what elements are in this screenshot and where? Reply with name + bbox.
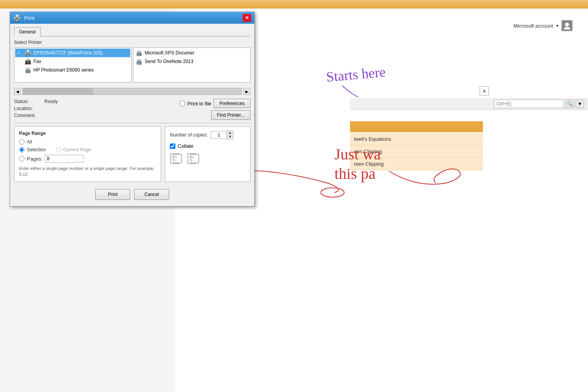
printer-item-epson[interactable]: ✓ 🖨️ EPSON4877CF (WorkForce 320)	[15, 49, 130, 57]
dialog-buttons: Print Cancel	[14, 186, 250, 201]
print-button[interactable]: Print	[95, 189, 130, 200]
svg-text:1: 1	[172, 155, 174, 158]
checkmark: ✓	[17, 50, 22, 56]
pages-label: Pages:	[27, 156, 42, 162]
copies-input[interactable]	[211, 131, 226, 139]
location-label: Location:	[14, 106, 41, 111]
print-to-file-label: Print to file	[187, 101, 211, 107]
printer-icon-item: 🖨️	[24, 50, 31, 56]
status-row: Status: Ready	[14, 99, 58, 104]
onenote-icon: 🖨️	[136, 58, 142, 65]
selection-radio-row: Selection Current Page	[19, 147, 156, 152]
dialog-titlebar: 🖨️ Print ✕	[10, 12, 254, 24]
selection-radio[interactable]	[19, 147, 24, 152]
scroll-left-btn[interactable]: ◀	[14, 88, 21, 95]
dialog-overlay: 🖨️ Print ✕ General Select Printer ✓	[0, 0, 588, 392]
printer-item-xps[interactable]: 🖨️ Microsoft XPS Documer	[134, 49, 249, 57]
pages-radio[interactable]	[19, 156, 24, 161]
current-page-label: Current Page	[63, 147, 91, 152]
preferences-button[interactable]: Preferences	[214, 99, 250, 108]
dialog-title-left: 🖨️ Print	[13, 14, 35, 22]
close-button[interactable]: ✕	[243, 14, 251, 22]
svg-text:3: 3	[189, 161, 190, 164]
printer-item-onenote[interactable]: 🖨️ Send To OneNote 2013	[134, 57, 249, 66]
current-page-radio[interactable]	[56, 147, 61, 152]
printer-name: HP Photosmart D5060 series	[33, 67, 94, 73]
pages-row: Pages:	[19, 155, 156, 163]
printer-item-fax[interactable]: 📠 Fax	[15, 57, 130, 66]
status-right: Print to file Preferences Find Printer..…	[180, 99, 250, 120]
pages-input[interactable]	[45, 155, 84, 163]
comment-row: Comment:	[14, 113, 58, 118]
page-range-hint: Enter either a single page number or a s…	[19, 166, 156, 178]
collate-icon-1: 1 2 3 2 3	[170, 153, 186, 164]
select-printer-label: Select Printer	[14, 40, 250, 45]
copies-label: Number of copies:	[170, 132, 208, 138]
printer-list-right[interactable]: 🖨️ Microsoft XPS Documer 🖨️ Send To OneN…	[133, 47, 250, 82]
printer-icon: 🖨️	[13, 14, 21, 22]
collate-row: Collate	[170, 143, 245, 149]
tab-bar: General	[14, 27, 250, 37]
page-range-box: Page Range All Selection Current Page	[14, 126, 161, 182]
divider	[14, 123, 250, 123]
printer-item-hp[interactable]: 🖨️ HP Photosmart D5060 series	[15, 66, 130, 74]
scroll-right-btn[interactable]: ▶	[243, 88, 250, 95]
find-printer-button[interactable]: Find Printer...	[211, 110, 250, 120]
fax-icon: 📠	[24, 58, 31, 65]
location-row: Location:	[14, 106, 58, 111]
svg-text:3: 3	[172, 161, 173, 164]
collate-icons: 1 2 3 2 3 1 2 3	[170, 153, 245, 164]
copies-box: Number of copies: ▲ ▼ Collate	[165, 126, 250, 182]
print-dialog: 🖨️ Print ✕ General Select Printer ✓	[10, 12, 255, 206]
status-value: Ready	[44, 99, 58, 104]
printer-name: EPSON4877CF (WorkForce 320)	[33, 50, 103, 56]
svg-text:1: 1	[189, 155, 191, 158]
svg-text:2: 2	[175, 156, 177, 159]
dialog-content: General Select Printer ✓ 🖨️ EPSON4877CF …	[10, 24, 254, 206]
status-left: Status: Ready Location: Comment:	[14, 99, 58, 118]
printer-list-left[interactable]: ✓ 🖨️ EPSON4877CF (WorkForce 320) 📠 Fax 🖨…	[14, 47, 131, 82]
copies-spinner: ▲ ▼	[211, 131, 233, 139]
print-to-file-checkbox[interactable]	[180, 101, 185, 106]
page-range-title: Page Range	[19, 131, 156, 136]
printer-name: Fax	[33, 59, 41, 64]
scrollbar-track[interactable]	[23, 88, 242, 95]
spinner-buttons: ▲ ▼	[226, 131, 233, 139]
printer-name: Send To OneNote 2013	[145, 59, 193, 64]
collate-label: Collate	[178, 143, 193, 149]
all-radio-row: All	[19, 139, 156, 145]
collate-checkbox[interactable]	[170, 144, 175, 149]
status-section: Status: Ready Location: Comment:	[14, 99, 250, 120]
hp-icon: 🖨️	[24, 67, 31, 73]
comment-label: Comment:	[14, 113, 41, 118]
tab-general[interactable]: General	[14, 27, 41, 37]
dialog-title: Print	[24, 15, 35, 21]
all-label: All	[27, 139, 32, 145]
scrollbar-area: ◀ ▶	[14, 88, 250, 95]
page-range-section: Page Range All Selection Current Page	[14, 126, 250, 182]
xps-icon: 🖨️	[136, 50, 142, 56]
cancel-button[interactable]: Cancel	[134, 189, 169, 200]
status-label: Status:	[14, 99, 41, 104]
svg-text:2: 2	[192, 156, 194, 159]
spinner-down[interactable]: ▼	[227, 135, 233, 139]
print-to-file-row: Print to file Preferences	[180, 99, 250, 108]
all-radio[interactable]	[19, 139, 24, 145]
collate-icon-2: 1 2 3 2 3	[187, 153, 203, 164]
printer-name: Microsoft XPS Documer	[145, 50, 194, 56]
selection-label: Selection	[27, 147, 46, 152]
copies-row: Number of copies: ▲ ▼	[170, 131, 245, 139]
spinner-up[interactable]: ▲	[227, 131, 233, 135]
